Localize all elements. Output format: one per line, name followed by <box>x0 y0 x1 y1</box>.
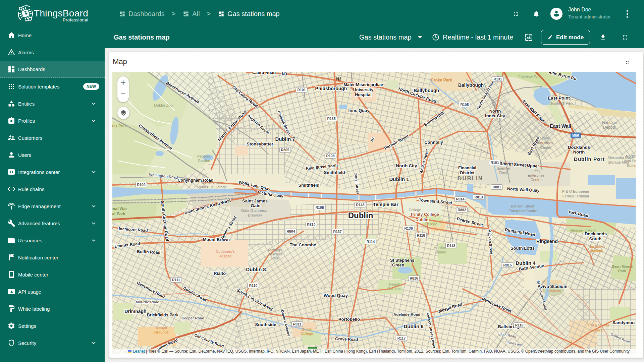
svg-text:Adelaide Road: Adelaide Road <box>393 312 420 316</box>
svg-text:Park: Park <box>271 256 279 260</box>
svg-text:rial Park: rial Park <box>112 212 125 216</box>
svg-text:Temple Bar: Temple Bar <box>373 202 398 207</box>
svg-text:St James's: St James's <box>216 249 235 253</box>
svg-text:Centre: Centre <box>530 178 541 182</box>
svg-text:R804: R804 <box>286 229 295 233</box>
svg-text:Dublin 6: Dublin 6 <box>404 323 423 329</box>
svg-text:Industries: Industries <box>537 141 553 145</box>
svg-text:Ballybough: Ballybough <box>458 82 484 88</box>
svg-text:Peoples: Peoples <box>197 154 211 158</box>
svg-text:Grounds: Grounds <box>154 330 169 334</box>
svg-text:College: College <box>409 208 421 212</box>
svg-text:R101: R101 <box>297 88 306 92</box>
svg-text:R105: R105 <box>460 103 469 107</box>
svg-text:Wood Quay: Wood Quay <box>324 293 348 298</box>
svg-text:Depots: Depots <box>603 125 616 130</box>
svg-text:Fairview Park: Fairview Park <box>518 75 542 79</box>
svg-text:Dublin Zoo: Dublin Zoo <box>154 103 173 107</box>
svg-text:Liffey: Liffey <box>532 169 541 173</box>
svg-text:Business Park: Business Park <box>550 101 574 105</box>
svg-text:R813: R813 <box>474 195 483 199</box>
svg-text:Business: Business <box>268 252 283 256</box>
svg-text:The Coombe: The Coombe <box>290 242 316 247</box>
svg-text:Grove Road: Grove Road <box>335 337 358 342</box>
svg-text:Green: Green <box>392 263 404 267</box>
svg-text:Iveagh: Iveagh <box>156 325 167 329</box>
svg-text:Wall Po: Wall Po <box>624 159 637 163</box>
svg-text:Ground: Ground <box>591 328 603 332</box>
svg-text:Cabra Road: Cabra Road <box>252 72 276 75</box>
svg-text:Statio: Statio <box>627 164 636 168</box>
svg-text:R810: R810 <box>307 223 315 227</box>
svg-text:Dublin 1: Dublin 1 <box>389 176 409 182</box>
svg-text:Docklands: Docklands <box>568 145 590 150</box>
svg-text:R108: R108 <box>315 205 324 209</box>
svg-text:Croke Park: Croke Park <box>431 78 452 82</box>
svg-text:R816: R816 <box>410 276 418 280</box>
svg-text:Sandymou: Sandymou <box>612 320 635 325</box>
svg-text:R801: R801 <box>492 185 501 189</box>
svg-text:Ymca Sports: Ymca Sports <box>587 323 609 327</box>
svg-text:Phibsborough: Phibsborough <box>315 86 347 91</box>
svg-text:Gardens: Gardens <box>387 287 402 291</box>
svg-text:a Small: a Small <box>537 136 550 140</box>
svg-text:R118: R118 <box>417 233 425 237</box>
svg-text:R118: R118 <box>515 323 524 327</box>
svg-text:Stadium: Stadium <box>590 248 603 252</box>
svg-text:Stoneybatter: Stoneybatter <box>247 141 273 146</box>
svg-text:P & O European: P & O European <box>562 189 589 193</box>
svg-text:South: South <box>589 236 602 241</box>
svg-text:University: University <box>353 87 373 92</box>
svg-text:Keeper Road: Keeper Road <box>181 316 204 320</box>
svg-text:Enterprise: Enterprise <box>528 173 544 177</box>
svg-text:Hospital: Hospital <box>218 254 232 258</box>
svg-text:Inns Quay: Inns Quay <box>348 108 370 113</box>
svg-text:R109: R109 <box>137 183 145 187</box>
svg-text:Rialto: Rialto <box>214 271 226 276</box>
svg-text:College: College <box>301 331 313 336</box>
svg-text:Conyngham: Conyngham <box>202 180 221 184</box>
svg-text:Ringsend: Ringsend <box>536 239 558 244</box>
svg-text:Dublin 4: Dublin 4 <box>516 260 536 266</box>
svg-text:nix Park: nix Park <box>112 124 127 128</box>
svg-text:Maltings: Maltings <box>268 248 282 252</box>
svg-text:North: North <box>573 149 585 155</box>
svg-text:Dublin Port: Dublin Port <box>574 156 605 162</box>
svg-text:Smithfield: Smithfield <box>324 170 345 175</box>
svg-text:Ballybough: Ballybough <box>414 88 439 93</box>
svg-text:Dock: Dock <box>499 171 508 175</box>
svg-text:R815: R815 <box>503 263 512 267</box>
svg-text:N3: N3 <box>282 72 287 76</box>
svg-text:R138: R138 <box>404 226 413 230</box>
svg-text:Brewery: Brewery <box>248 213 262 217</box>
svg-text:East Point: East Point <box>548 96 570 101</box>
svg-text:Spencer: Spencer <box>497 166 511 170</box>
svg-text:N2: N2 <box>336 77 341 81</box>
svg-text:Road Bus Garage: Road Bus Garage <box>197 185 227 189</box>
svg-text:Gate: Gate <box>251 203 261 208</box>
svg-text:Iveagh: Iveagh <box>389 282 400 286</box>
svg-text:Dublin: Dublin <box>348 211 373 220</box>
svg-text:Aviva Stadium: Aviva Stadium <box>537 284 567 289</box>
svg-text:Portobello: Portobello <box>338 317 360 322</box>
svg-text:North: North <box>626 154 635 158</box>
svg-text:R131: R131 <box>493 77 502 81</box>
svg-text:Mount Brown: Mount Brown <box>203 237 230 242</box>
svg-text:R148: R148 <box>356 203 364 207</box>
svg-text:Saint James: Saint James <box>242 198 268 203</box>
svg-text:Inner City: Inner City <box>485 113 505 118</box>
svg-text:Mater Misericordiae: Mater Misericordiae <box>343 82 383 87</box>
svg-text:Brickfields Park: Brickfields Park <box>147 313 179 317</box>
svg-text:R811: R811 <box>293 322 302 326</box>
svg-text:R108: R108 <box>326 154 334 158</box>
svg-text:R802: R802 <box>458 208 466 212</box>
svg-text:Ferries Terminal: Ferries Terminal <box>562 194 589 198</box>
svg-text:Square: Square <box>434 250 446 254</box>
svg-text:R805: R805 <box>281 148 289 152</box>
svg-text:Irishtown: Irishtown <box>590 244 605 248</box>
svg-text:DUBLIN: DUBLIN <box>458 175 483 182</box>
svg-text:Garden: Garden <box>198 159 210 163</box>
svg-text:R101: R101 <box>490 161 499 165</box>
svg-text:Stadium: Stadium <box>547 289 561 293</box>
svg-text:Centre: Centre <box>540 145 551 149</box>
